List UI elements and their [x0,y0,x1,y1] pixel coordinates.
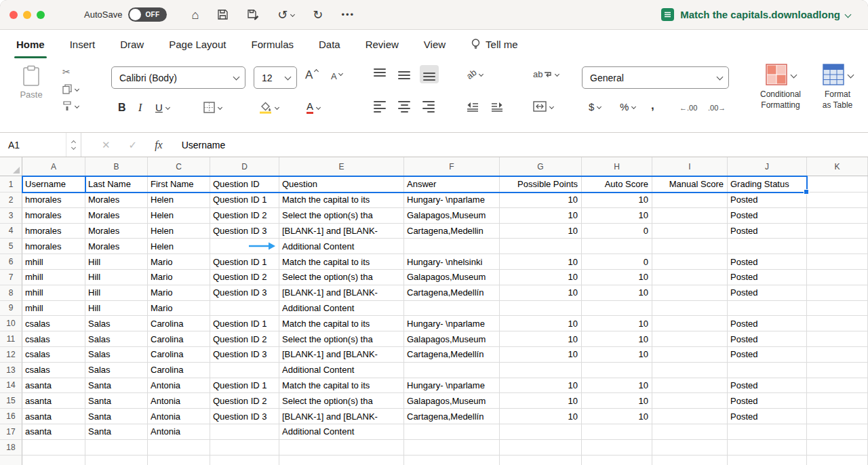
cell-b17[interactable]: Santa [85,424,148,440]
cell-e16[interactable]: [BLANK-1] and [BLANK- [279,409,404,424]
cell-b6[interactable]: Hill [85,254,148,270]
cell-k1[interactable] [807,176,868,193]
row-number-8[interactable]: 8 [0,285,22,301]
cell-i13[interactable] [652,363,728,378]
cell-g12[interactable]: 10 [500,347,582,363]
row-number-5[interactable]: 5 [0,239,22,254]
decrease-decimal-button[interactable]: .00→ [708,104,726,112]
text-orientation-button[interactable]: ab [467,69,483,79]
copy-dropdown-icon[interactable] [75,86,79,91]
cell-g5[interactable] [500,239,582,254]
cell-f13[interactable] [404,363,500,378]
cell-h3[interactable]: 10 [582,208,652,224]
row-number-2[interactable]: 2 [0,193,22,208]
cell-b13[interactable]: Salas [85,363,148,378]
save-icon[interactable] [217,9,229,20]
cell-e8[interactable]: [BLANK-1] and [BLANK- [279,285,404,301]
cell-g[interactable] [500,456,582,465]
cell-j8[interactable]: Posted [728,285,807,301]
document-title-group[interactable]: Match the capitals.downloadlong [660,7,850,22]
cell-f3[interactable]: Galapagos,Museum [404,208,500,224]
cell-i15[interactable] [652,393,728,409]
cell-k5[interactable] [807,239,868,254]
cell-i4[interactable] [652,224,728,239]
cell-k14[interactable] [807,378,868,394]
cell-j6[interactable]: Posted [728,254,807,270]
font-size-select[interactable]: 12 [254,66,297,89]
column-header-b[interactable]: B [85,157,148,176]
cell-c2[interactable]: Helen [148,193,210,208]
cell-j3[interactable]: Posted [728,208,807,224]
cell-k3[interactable] [807,208,868,224]
cell-e15[interactable]: Select the option(s) tha [279,393,404,409]
align-left-button[interactable] [374,101,386,114]
borders-button[interactable] [203,102,222,113]
cell-i3[interactable] [652,208,728,224]
cell-f15[interactable]: Galapagos,Museum [404,393,500,409]
row-number-6[interactable]: 6 [0,254,22,270]
cell-f17[interactable] [404,424,500,440]
cell-g1[interactable]: Possible Points [500,176,582,193]
cell-e14[interactable]: Match the capital to its [279,378,404,394]
cell-d2[interactable]: Question ID 1 [210,193,279,208]
cell-e[interactable] [279,456,404,465]
cell-j16[interactable]: Posted [728,409,807,424]
underline-dropdown-icon[interactable] [165,105,170,110]
cell-f11[interactable]: Galapagos,Museum [404,331,500,347]
cell-j5[interactable] [728,239,807,254]
cell-i16[interactable] [652,409,728,424]
cell-e10[interactable]: Match the capital to its [279,316,404,331]
redo-button[interactable]: ↻ [313,9,323,21]
cell-j7[interactable]: Posted [728,270,807,285]
more-toolbar-button[interactable]: ••• [341,10,355,19]
cell-g15[interactable]: 10 [500,393,582,409]
cell-d14[interactable]: Question ID 1 [210,378,279,394]
cell-f1[interactable]: Answer [404,176,500,193]
cell-e12[interactable]: [BLANK-1] and [BLANK- [279,347,404,363]
cell-e18[interactable] [279,440,404,456]
cell-f7[interactable]: Galapagos,Museum [404,270,500,285]
cell-g9[interactable] [500,301,582,317]
tab-view[interactable]: View [424,30,446,58]
cell-c3[interactable]: Helen [148,208,210,224]
cell-f2[interactable]: Hungary- \nparlame [404,193,500,208]
cell-h16[interactable]: 10 [582,409,652,424]
cancel-icon[interactable]: ✕ [102,139,111,151]
cell-j18[interactable] [728,440,807,456]
cell-j15[interactable]: Posted [728,393,807,409]
column-header-a[interactable]: A [22,157,85,176]
cell-a10[interactable]: csalas [22,316,85,331]
cell-a14[interactable]: asanta [22,378,85,394]
cell-e5[interactable]: Additional Content [279,239,404,254]
font-color-button[interactable]: A [307,101,320,114]
cell-g14[interactable]: 10 [500,378,582,394]
cell-e9[interactable]: Additional Content [279,301,404,317]
cell-b15[interactable]: Santa [85,393,148,409]
cell-k18[interactable] [807,440,868,456]
align-right-button[interactable] [422,101,435,114]
format-painter-button[interactable] [62,100,79,111]
column-header-k[interactable]: K [807,157,868,176]
cell-f14[interactable]: Hungary- \nparlame [404,378,500,394]
cell-f8[interactable]: Cartagena,Medellín [404,285,500,301]
cell-c9[interactable]: Mario [148,301,210,317]
cell-k12[interactable] [807,347,868,363]
tab-draw[interactable]: Draw [120,30,144,58]
cell-d10[interactable]: Question ID 1 [210,316,279,331]
cell-h18[interactable] [582,440,652,456]
increase-indent-button[interactable] [491,102,503,113]
cell-h8[interactable]: 10 [582,285,652,301]
cell-a6[interactable]: mhill [22,254,85,270]
cell-f9[interactable] [404,301,500,317]
cell-j14[interactable]: Posted [728,378,807,394]
cell-f6[interactable]: Hungary- \nhelsinki [404,254,500,270]
cell-g13[interactable] [500,363,582,378]
cell-b5[interactable]: Morales [85,239,148,254]
cell-g18[interactable] [500,440,582,456]
cell-k15[interactable] [807,393,868,409]
cell-a12[interactable]: csalas [22,347,85,363]
cell-i2[interactable] [652,193,728,208]
cell-c7[interactable]: Mario [148,270,210,285]
arrow-shape[interactable] [248,242,276,251]
minimize-window-button[interactable] [23,11,31,19]
